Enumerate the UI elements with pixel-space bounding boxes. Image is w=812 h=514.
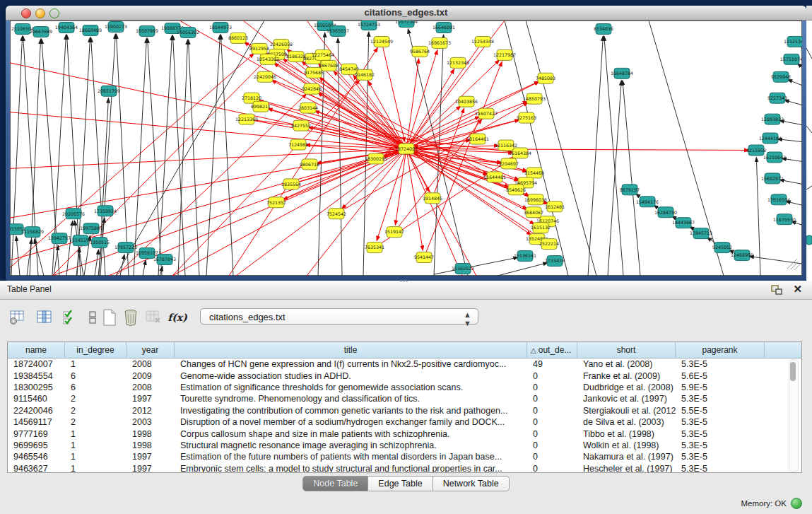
graph-node-label: 9227343 (767, 95, 787, 100)
table-tabs: Node TableEdge TableNetwork Table (0, 476, 812, 491)
graph-node-label: 20206576 (62, 211, 85, 216)
graph-edge[interactable] (148, 38, 162, 276)
graph-edge[interactable] (188, 40, 199, 276)
table-row[interactable]: 1830029562008Estimation of significance … (8, 382, 801, 393)
graph-edge[interactable] (54, 245, 59, 276)
cell-pagerank: 5.3E-5 (676, 359, 765, 369)
graph-edge[interactable] (749, 256, 802, 264)
graph-node-label: 11145194 (69, 238, 92, 243)
table-row[interactable]: 1456911722003Disruption of a novel membe… (8, 416, 801, 428)
column-header-title[interactable]: title (175, 342, 527, 358)
cell-out_degree: 49 (527, 359, 577, 369)
graph-edge[interactable] (623, 81, 640, 276)
cell-year: 1997 (126, 464, 175, 473)
graph-edge[interactable] (368, 81, 406, 148)
graph-edge[interactable] (34, 239, 44, 276)
float-window-icon[interactable] (771, 285, 782, 295)
cell-title: Corpus callosum shape and size in male p… (175, 429, 527, 439)
table-row[interactable]: 2242004622012Investigating the contribut… (8, 405, 801, 416)
tab-node-table[interactable]: Node Table (302, 476, 368, 491)
graph-node-label: 15056302 (177, 30, 199, 35)
window-titlebar[interactable]: citations_edges.txt (6, 6, 806, 21)
splitter-handle[interactable] (400, 280, 410, 283)
table-row[interactable]: 977716911998Corpus callosum shape and si… (8, 428, 801, 439)
graph-node-label: 15136141 (514, 253, 536, 258)
graph-edge[interactable] (498, 263, 548, 276)
cell-short: Franke et al. (2009) (577, 371, 676, 381)
graph-edge[interactable] (116, 21, 264, 276)
graph-node-label: 7124981 (288, 142, 308, 147)
cell-title: Estimation of significance thresholds fo… (175, 382, 527, 392)
table-row[interactable]: 946554611997Estimation of the future num… (8, 451, 801, 462)
graph-node-label: 1733426 (545, 258, 565, 263)
graph-node-label: 14850793 (523, 96, 546, 101)
table-scrollbar[interactable] (789, 359, 799, 472)
tab-network-table[interactable]: Network Table (433, 476, 510, 491)
cell-year: 2009 (126, 371, 175, 381)
table-select-dropdown[interactable]: citations_edges.txt ▲▼ (200, 308, 478, 325)
table-panel-header: Table Panel ✕ (0, 281, 812, 300)
table-row[interactable]: 1938455462009Genome-wide association stu… (8, 370, 801, 381)
graph-edge[interactable] (283, 148, 406, 199)
column-header-year[interactable]: year (126, 342, 175, 358)
graph-node-label: 8860123 (228, 35, 248, 40)
tab-edge-table[interactable]: Edge Table (368, 476, 433, 491)
sort-ascending-icon: △ (531, 346, 536, 354)
column-header-pagerank[interactable]: pagerank (676, 342, 765, 358)
canvas-resize-grip[interactable] (787, 259, 800, 270)
column-header-name[interactable]: name (8, 342, 65, 358)
graph-edge[interactable] (784, 100, 802, 105)
graph-edge[interactable] (221, 35, 233, 276)
graph-edge[interactable] (95, 250, 99, 276)
graph-node-label: 16787043 (153, 257, 176, 262)
graph-edge[interactable] (206, 35, 220, 276)
delete-table-button[interactable] (144, 308, 163, 327)
graph-edge[interactable] (588, 36, 603, 276)
function-builder-button[interactable]: f(x) (168, 308, 187, 327)
graph-edge[interactable] (158, 35, 172, 276)
table-row[interactable]: 969969511998Structural magnetic resonanc… (8, 440, 801, 451)
graph-edge[interactable] (117, 34, 129, 276)
column-header-in_degree[interactable]: in_degree (65, 342, 126, 358)
graph-edge[interactable] (649, 21, 724, 276)
graph-edge[interactable] (178, 40, 188, 276)
graph-edge[interactable] (792, 221, 802, 225)
graph-edge[interactable] (23, 36, 38, 276)
graph-edge[interactable] (66, 221, 73, 276)
cell-pagerank: 5.3E-5 (676, 440, 765, 450)
table-row[interactable]: 911546021997Tourette syndrome. Phenomeno… (8, 393, 801, 404)
column-header-short[interactable]: short (577, 342, 676, 358)
cell-out_degree: 0 (527, 429, 577, 439)
cell-out_degree: 0 (527, 417, 577, 427)
table-row[interactable]: 1872400712008Changes of HCN gene express… (8, 358, 801, 370)
graph-edge[interactable] (134, 38, 146, 276)
graph-edge[interactable] (16, 236, 20, 276)
graph-node-label: 10403856 (455, 99, 478, 104)
graph-node-label: 9586764 (410, 49, 430, 54)
graph-node-label: 11254348 (471, 39, 494, 44)
table-scrollbar-thumb[interactable] (790, 362, 796, 381)
graph-node-label: 17957223 (114, 245, 137, 250)
delete-rows-button[interactable] (122, 308, 140, 327)
table-toolbar: f(x) citations_edges.txt ▲▼ (0, 299, 812, 336)
graph-edge[interactable] (27, 239, 32, 276)
table-row[interactable]: 946362711997Embryonic stem cells: a mode… (8, 463, 801, 473)
cell-out_degree: 0 (527, 406, 577, 416)
graph-node-label: 16958107 (136, 250, 158, 255)
close-icon[interactable]: ✕ (793, 283, 802, 296)
cell-year: 1997 (126, 452, 175, 462)
graph-edge[interactable] (787, 79, 802, 85)
graph-edge[interactable] (143, 260, 146, 276)
cell-out_degree: 0 (527, 394, 577, 404)
column-header-out_degree[interactable]: △out_de... (527, 342, 577, 358)
table-options-button[interactable] (8, 308, 27, 327)
graph-edge[interactable] (434, 257, 518, 274)
select-rows-button[interactable] (61, 308, 79, 327)
cell-in_degree: 1 (65, 440, 126, 450)
show-columns-button[interactable] (35, 308, 54, 327)
row-height-button[interactable] (83, 308, 102, 327)
create-table-button[interactable] (100, 308, 119, 327)
table-header-row: namein_degreeyeartitle△out_de...shortpag… (8, 342, 801, 358)
network-canvas[interactable]: 1872400788601238912954224260589827509818… (10, 21, 802, 276)
memory-status-indicator[interactable] (791, 498, 802, 509)
